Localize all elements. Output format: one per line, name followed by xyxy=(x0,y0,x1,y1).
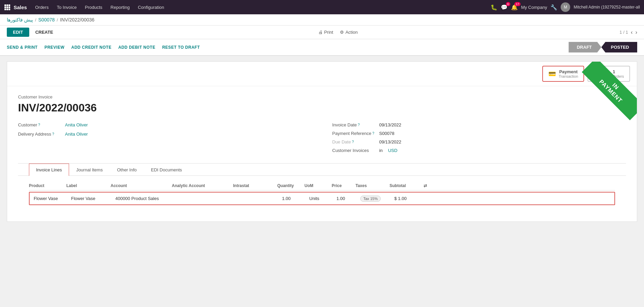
tab-other-info[interactable]: Other Info xyxy=(110,164,144,176)
bell-badge: 17 xyxy=(514,2,521,6)
right-fields: Invoice Date ? 09/13/2022 Payment Refere… xyxy=(332,122,626,153)
payment-ref-label: Payment Reference ? xyxy=(332,131,377,136)
payment-transaction-button[interactable]: 💳 Payment Transaction xyxy=(542,66,584,82)
user-name: Mitchell Admin (19279252-master-all xyxy=(574,5,640,10)
delivery-help-icon[interactable]: ? xyxy=(52,132,54,136)
currency-row: Customer Invoices in USD xyxy=(332,148,626,153)
status-pipeline: DRAFT POSTED xyxy=(568,42,637,52)
status-bar: SEND & PRINT PREVIEW ADD CREDIT NOTE ADD… xyxy=(0,39,644,56)
action-link[interactable]: ⚙ Action xyxy=(340,30,358,35)
row-uom: Units xyxy=(308,196,335,201)
delivery-label: Delivery Address ? xyxy=(18,132,62,137)
payment-ref-help[interactable]: ? xyxy=(372,132,374,135)
svg-rect-3 xyxy=(4,6,6,8)
svg-rect-2 xyxy=(9,4,10,6)
payment-ref-value: S00078 xyxy=(379,131,395,136)
company-name[interactable]: My Company xyxy=(521,5,547,10)
print-icon: 🖨 xyxy=(318,30,323,35)
currency-value[interactable]: USD xyxy=(388,148,397,153)
col-price: Price xyxy=(332,183,356,188)
col-analytic: Analytic Account xyxy=(172,183,233,188)
main-content: 💳 Payment Transaction ✏️ 1 Sale Orders I… xyxy=(0,56,644,227)
invoice-date-help[interactable]: ? xyxy=(358,123,360,127)
svg-rect-1 xyxy=(6,4,8,6)
payment-title: Payment xyxy=(559,69,578,74)
currency-in: in xyxy=(379,148,383,153)
invoice-date-label: Invoice Date ? xyxy=(332,122,377,127)
svg-rect-4 xyxy=(6,6,8,8)
bug-icon[interactable]: 🐛 xyxy=(491,4,497,11)
create-button[interactable]: CREATE xyxy=(32,28,56,37)
due-date-row: Due Date ? 09/13/2022 xyxy=(332,139,626,144)
chat-icon[interactable]: 💬6 xyxy=(501,4,508,11)
status-draft[interactable]: DRAFT xyxy=(568,42,601,52)
pagination-section: 1 / 1 ‹ › xyxy=(620,29,637,35)
col-taxes: Taxes xyxy=(356,183,390,188)
col-quantity: Quantity xyxy=(277,183,304,188)
tab-edi-documents[interactable]: EDI Documents xyxy=(144,164,189,176)
preview-button[interactable]: PREVIEW xyxy=(45,44,65,51)
invoice-number: INV/2022/00036 xyxy=(18,102,626,114)
next-record-button[interactable]: › xyxy=(635,29,637,35)
invoice-date-row: Invoice Date ? 09/13/2022 xyxy=(332,122,626,127)
smart-buttons-bar: 💳 Payment Transaction ✏️ 1 Sale Orders xyxy=(7,62,637,86)
customer-label: Customer ? xyxy=(18,122,62,127)
invoice-card: 💳 Payment Transaction ✏️ 1 Sale Orders I… xyxy=(7,61,637,222)
due-date-help[interactable]: ? xyxy=(352,140,354,144)
nav-brand[interactable]: Sales xyxy=(14,4,27,10)
avatar[interactable]: M xyxy=(561,2,570,12)
prev-record-button[interactable]: ‹ xyxy=(631,29,632,35)
nav-right-section: 🐛 💬6 🔔17 My Company 🔧 M Mitchell Admin (… xyxy=(491,2,640,12)
due-date-value: 09/13/2022 xyxy=(379,139,401,144)
bell-icon[interactable]: 🔔17 xyxy=(511,4,518,11)
left-fields: Customer ? Anita Oliver Delivery Address… xyxy=(18,122,312,153)
breadcrumb-s00078[interactable]: S00078 xyxy=(38,17,55,22)
pagination-text: 1 / 1 xyxy=(620,30,628,35)
nav-configuration[interactable]: Configuration xyxy=(134,0,167,14)
row-taxes: Tax 15% xyxy=(359,196,393,201)
wrench-icon[interactable]: 🔧 xyxy=(550,4,557,11)
print-link[interactable]: 🖨 Print xyxy=(318,30,333,35)
customer-help-icon[interactable]: ? xyxy=(38,123,40,127)
nav-to-invoice[interactable]: To Invoice xyxy=(53,0,80,14)
payment-subtitle: Transaction xyxy=(559,74,578,78)
nav-products[interactable]: Products xyxy=(81,0,105,14)
status-posted[interactable]: POSTED xyxy=(601,42,637,52)
tab-journal-items[interactable]: Journal Items xyxy=(69,164,110,176)
invoice-table: Product Label Account Analytic Account I… xyxy=(18,176,626,213)
breadcrumb: پیش فاکتورها / S00078 / INV/2022/00036 xyxy=(0,14,644,26)
tab-invoice-lines[interactable]: Invoice Lines xyxy=(29,164,69,176)
chat-badge: 6 xyxy=(506,2,510,6)
col-uom: UoM xyxy=(304,183,332,188)
gear-icon: ⚙ xyxy=(340,30,344,35)
due-date-label: Due Date ? xyxy=(332,139,377,144)
customer-value[interactable]: Anita Oliver xyxy=(65,122,88,127)
col-subtotal: Subtotal xyxy=(390,183,424,188)
svg-rect-7 xyxy=(6,9,8,10)
row-price: 1.00 xyxy=(335,196,359,201)
invoice-body: Customer Invoice INV/2022/00036 Customer… xyxy=(7,86,637,221)
nav-reporting[interactable]: Reporting xyxy=(107,0,133,14)
col-actions: ⇄ xyxy=(424,183,432,188)
col-product: Product xyxy=(29,183,66,188)
nav-orders[interactable]: Orders xyxy=(32,0,52,14)
payment-ref-row: Payment Reference ? S00078 xyxy=(332,131,626,136)
col-account: Account xyxy=(111,183,172,188)
table-header: Product Label Account Analytic Account I… xyxy=(29,181,615,190)
apps-icon[interactable] xyxy=(4,4,10,10)
breadcrumb-farsi[interactable]: پیش فاکتورها xyxy=(7,17,33,22)
reset-to-draft-button[interactable]: RESET TO DRAFT xyxy=(162,44,200,51)
edit-button[interactable]: EDIT xyxy=(7,28,29,37)
add-debit-note-button[interactable]: ADD DEBIT NOTE xyxy=(118,44,155,51)
add-credit-note-button[interactable]: ADD CREDIT NOTE xyxy=(71,44,112,51)
row-quantity: 1.00 xyxy=(281,196,308,201)
invoice-fields: Customer ? Anita Oliver Delivery Address… xyxy=(18,122,626,153)
table-row[interactable]: Flower Vase Flower Vase 400000 Product S… xyxy=(29,192,615,205)
top-navigation: Sales Orders To Invoice Products Reporti… xyxy=(0,0,644,14)
row-label: Flower Vase xyxy=(70,196,114,201)
tabs-bar: Invoice Lines Journal Items Other Info E… xyxy=(18,163,626,176)
delivery-value[interactable]: Anita Oliver xyxy=(65,132,88,137)
tax-badge: Tax 15% xyxy=(360,196,381,202)
action-bar: EDIT CREATE 🖨 Print ⚙ Action 1 / 1 ‹ › xyxy=(0,26,644,39)
send-print-button[interactable]: SEND & PRINT xyxy=(7,44,38,51)
